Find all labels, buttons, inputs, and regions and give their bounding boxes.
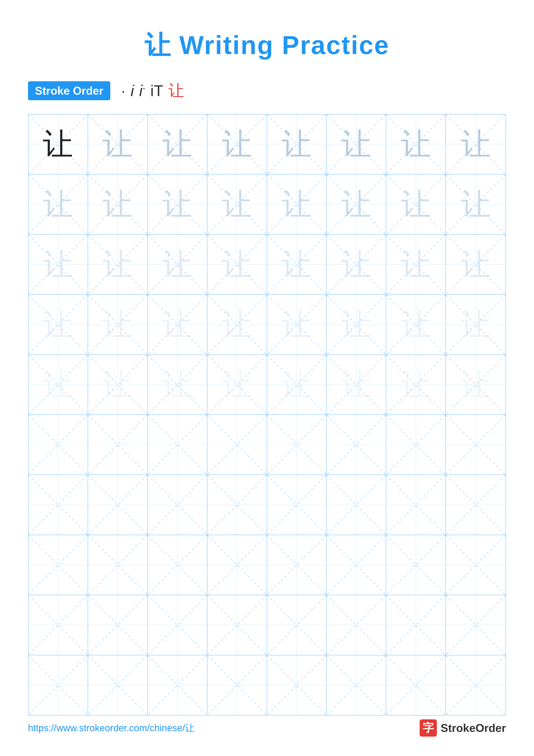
grid-cell-7-7[interactable] [386,475,446,535]
svg-line-150 [207,655,267,715]
char-l2: 让 [222,189,252,219]
grid-cell-8-7[interactable] [386,535,446,595]
grid-cell-5-4[interactable]: 让 [207,355,267,415]
grid-cell-7-2[interactable] [88,475,148,535]
grid-cell-6-6[interactable] [327,415,386,474]
grid-cell-1-4[interactable]: 让 [207,115,267,174]
grid-cell-2-3[interactable]: 让 [148,175,207,234]
char-l5: 让 [341,369,371,400]
grid-cell-5-5[interactable]: 让 [267,355,327,415]
grid-cell-6-4[interactable] [207,415,267,474]
grid-cell-9-3[interactable] [148,595,207,655]
svg-line-138 [327,595,386,655]
grid-cell-10-5[interactable] [267,655,327,715]
grid-cell-4-3[interactable]: 让 [148,295,207,355]
grid-cell-2-4[interactable]: 让 [207,175,267,234]
grid-cell-6-5[interactable] [267,415,327,474]
grid-cell-4-8[interactable]: 让 [446,295,506,355]
grid-cell-4-5[interactable]: 让 [267,295,327,355]
grid-cell-6-1[interactable] [28,415,88,474]
grid-cell-10-3[interactable] [148,655,207,715]
grid-cell-1-5[interactable]: 让 [267,115,327,174]
svg-line-155 [327,655,386,715]
grid-cell-10-4[interactable] [207,655,267,715]
grid-cell-9-1[interactable] [28,595,88,655]
grid-cell-7-1[interactable] [28,475,88,535]
grid-cell-8-4[interactable] [207,535,267,595]
stroke-4: iT [150,82,163,99]
grid-cell-3-5[interactable]: 让 [267,235,327,294]
grid-cell-7-8[interactable] [446,475,506,535]
grid-cell-9-5[interactable] [267,595,327,655]
grid-cell-9-4[interactable] [207,595,267,655]
grid-cell-4-1[interactable]: 让 [28,295,88,355]
grid-cell-1-6[interactable]: 让 [327,115,386,174]
grid-row-9 [28,595,506,655]
svg-line-109 [386,475,445,535]
grid-cell-2-2[interactable]: 让 [88,175,148,234]
svg-line-123 [327,535,386,595]
grid-cell-10-6[interactable] [327,655,386,715]
grid-cell-1-2[interactable]: 让 [88,115,148,174]
grid-cell-4-2[interactable]: 让 [88,295,148,355]
grid-cell-10-7[interactable] [386,655,446,715]
grid-cell-6-7[interactable] [386,415,446,474]
grid-cell-10-8[interactable] [446,655,506,715]
char-l5: 让 [401,369,431,400]
grid-cell-9-8[interactable] [446,595,506,655]
grid-cell-8-5[interactable] [267,535,327,595]
grid-cell-8-6[interactable] [327,535,386,595]
grid-cell-3-7[interactable]: 让 [386,235,446,294]
grid-cell-3-8[interactable]: 让 [446,235,506,294]
grid-cell-5-8[interactable]: 让 [446,355,506,415]
grid-cell-4-4[interactable]: 让 [207,295,267,355]
grid-cell-7-3[interactable] [148,475,207,535]
grid-cell-2-7[interactable]: 让 [386,175,446,234]
grid-cell-5-2[interactable]: 让 [88,355,148,415]
char-l5: 让 [282,369,312,400]
grid-cell-5-3[interactable]: 让 [148,355,207,415]
grid-cell-8-2[interactable] [88,535,148,595]
grid-cell-8-8[interactable] [446,535,506,595]
svg-line-140 [386,595,445,655]
grid-cell-9-7[interactable] [386,595,446,655]
grid-cell-10-1[interactable] [28,655,88,715]
grid-cell-3-4[interactable]: 让 [207,235,267,294]
grid-row-7 [28,475,506,535]
grid-cell-5-1[interactable]: 让 [28,355,88,415]
grid-cell-7-5[interactable] [267,475,327,535]
grid-cell-5-7[interactable]: 让 [386,355,446,415]
char-dark: 让 [43,129,73,159]
grid-cell-10-2[interactable] [88,655,148,715]
char-l1: 让 [282,129,312,159]
grid-cell-2-6[interactable]: 让 [327,175,386,234]
grid-cell-4-6[interactable]: 让 [327,295,386,355]
char-l1: 让 [162,129,192,159]
grid-cell-9-6[interactable] [327,595,386,655]
grid-cell-2-5[interactable]: 让 [267,175,327,234]
grid-cell-5-6[interactable]: 让 [327,355,386,415]
grid-cell-3-2[interactable]: 让 [88,235,148,294]
grid-cell-3-1[interactable]: 让 [28,235,88,294]
grid-cell-1-7[interactable]: 让 [386,115,446,174]
grid-cell-9-2[interactable] [88,595,148,655]
grid-cell-1-3[interactable]: 让 [148,115,207,174]
grid-cell-1-8[interactable]: 让 [446,115,506,174]
grid-cell-7-4[interactable] [207,475,267,535]
svg-line-99 [88,475,147,535]
grid-cell-6-2[interactable] [88,415,148,474]
grid-cell-3-3[interactable]: 让 [148,235,207,294]
grid-cell-3-6[interactable]: 让 [327,235,386,294]
grid-cell-4-7[interactable]: 让 [386,295,446,355]
grid-cell-2-1[interactable]: 让 [28,175,88,234]
footer-url-link[interactable]: https://www.strokeorder.com/chinese/让 [28,722,194,735]
grid-cell-8-3[interactable] [148,535,207,595]
grid-cell-8-1[interactable] [28,535,88,595]
grid-cell-6-3[interactable] [148,415,207,474]
grid-cell-7-6[interactable] [327,475,386,535]
svg-line-119 [207,535,267,595]
svg-line-102 [207,475,267,535]
grid-cell-6-8[interactable] [446,415,506,474]
grid-cell-2-8[interactable]: 让 [446,175,506,234]
grid-cell-1-1[interactable]: 让 [28,115,88,174]
